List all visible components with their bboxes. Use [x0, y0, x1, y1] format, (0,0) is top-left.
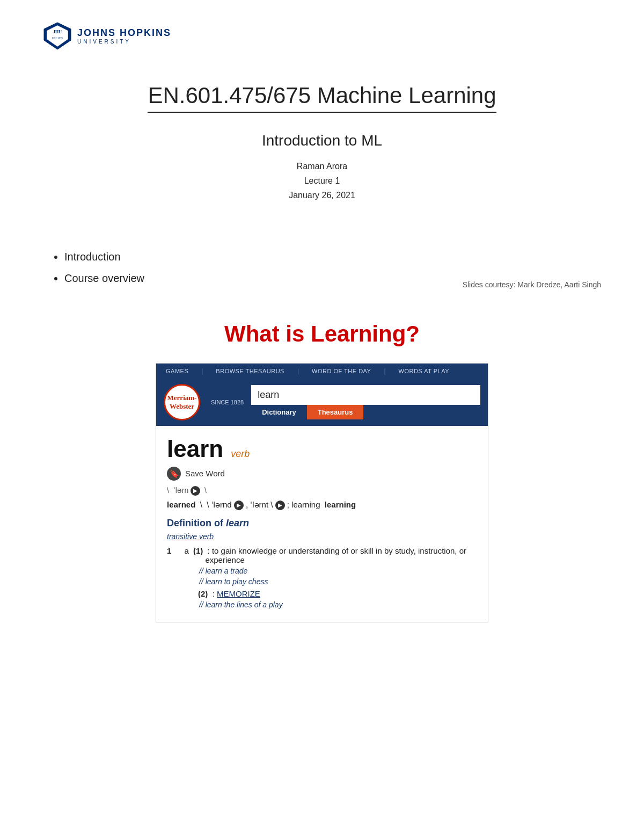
- inflection-pron1: \: [198, 500, 205, 509]
- def-row-1a2: (2) : MEMORIZE: [167, 589, 477, 598]
- lecture-title: Introduction to ML: [43, 132, 601, 149]
- inflection-ipa1: \ ˈlərnd: [207, 500, 234, 509]
- dict-topnav: GAMES | BROWSE THESAURUS | WORD OF THE D…: [156, 364, 488, 379]
- dict-logo-row: Merriam- Webster SINCE 1828 Dictionary T…: [156, 379, 488, 426]
- sound-icon-3[interactable]: ▶: [275, 501, 285, 510]
- bullet-item-intro: Introduction: [64, 246, 601, 267]
- lecturer-name: Raman Arora: [43, 159, 601, 173]
- pron-ipa: ˈlərn: [173, 486, 189, 495]
- inflection-ipa2: , ˈlərnt \: [246, 500, 273, 509]
- course-title-section: EN.601.475/675 Machine Learning Introduc…: [43, 83, 601, 203]
- sound-icon-2[interactable]: ▶: [234, 501, 244, 510]
- svg-text:JHU: JHU: [53, 30, 62, 34]
- def-num-1: 1: [167, 546, 171, 555]
- dict-headword: learn: [167, 436, 223, 462]
- dict-inflection: learned \ \ ˈlərnd ▶ , ˈlərnt \ ▶ ; lear…: [167, 500, 477, 510]
- logo-sub: UNIVERSITY: [77, 39, 171, 45]
- what-is-learning-title: What is Learning?: [43, 321, 601, 347]
- course-title: EN.601.475/675 Machine Learning: [148, 83, 496, 113]
- mw-logo: Merriam- Webster: [164, 384, 200, 420]
- logo-name: JOHNS HOPKINS: [77, 27, 171, 39]
- inflection-learning-bold: learning: [323, 500, 356, 509]
- sound-icon-1[interactable]: ▶: [191, 486, 200, 496]
- save-word-text[interactable]: Save Word: [185, 469, 225, 478]
- dict-pos: verb: [231, 448, 250, 460]
- mw-since: SINCE 1828: [211, 399, 244, 405]
- def-example-1a1-1: // learn a trade: [199, 567, 477, 575]
- dict-search-area: Dictionary Thesaurus: [251, 385, 480, 419]
- pron-text: \: [167, 486, 171, 495]
- dict-content: learn verb 🔖 Save Word \ ˈlərn ▶ \ learn…: [156, 426, 488, 622]
- topnav-games[interactable]: GAMES: [164, 367, 191, 375]
- inflection-learning: ; learning: [287, 500, 320, 509]
- memorize-link[interactable]: MEMORIZE: [217, 589, 260, 598]
- def-row-1: 1 a (1) : to gain knowledge or understan…: [167, 546, 477, 564]
- dict-pronunciation: \ ˈlərn ▶ \: [167, 486, 477, 496]
- inflection-learned: learned: [167, 500, 195, 509]
- def-example-1a2: // learn the lines of a play: [199, 600, 477, 609]
- topnav-word-of-day[interactable]: WORD OF THE DAY: [310, 367, 373, 375]
- jhu-shield-icon: JHU EST 1876: [43, 21, 72, 50]
- dict-word-line: learn verb: [167, 436, 477, 462]
- pron-close: \: [202, 486, 207, 495]
- def-sense-1: (1): [193, 546, 203, 555]
- def-example-1a1-2: // learn to play chess: [199, 577, 477, 586]
- logo-text: JOHNS HOPKINS UNIVERSITY: [77, 27, 171, 45]
- def-text-1a2: : MEMORIZE: [210, 589, 260, 598]
- dictionary-widget: GAMES | BROWSE THESAURUS | WORD OF THE D…: [156, 363, 488, 622]
- what-is-learning-section: What is Learning?: [43, 321, 601, 347]
- save-word-icon[interactable]: 🔖: [167, 467, 181, 481]
- lecture-number: Lecture 1: [43, 173, 601, 188]
- def-text-1a1: : to gain knowledge or understanding of …: [205, 546, 477, 564]
- topnav-sep3: |: [384, 367, 385, 375]
- dict-search-input[interactable]: [251, 385, 480, 405]
- mw-logo-text: Merriam- Webster: [167, 394, 197, 410]
- bullets-section: Introduction Course overview Slides cour…: [43, 246, 601, 289]
- slides-credit: Slides courtesy: Mark Dredze, Aarti Sing…: [463, 280, 601, 289]
- logo-area: JHU EST 1876 JOHNS HOPKINS UNIVERSITY: [43, 21, 601, 50]
- tab-thesaurus[interactable]: Thesaurus: [307, 405, 364, 419]
- lecture-date: January 26, 2021: [43, 188, 601, 202]
- topnav-sep1: |: [201, 367, 203, 375]
- topnav-words-at-play[interactable]: WORDS AT PLAY: [397, 367, 452, 375]
- dict-transitive[interactable]: transitive verb: [167, 532, 477, 541]
- tab-dictionary[interactable]: Dictionary: [251, 405, 307, 419]
- topnav-thesaurus[interactable]: BROWSE THESAURUS: [214, 367, 287, 375]
- save-word-row: 🔖 Save Word: [167, 467, 477, 481]
- svg-text:EST 1876: EST 1876: [52, 37, 63, 39]
- def-sense-2-num: (2): [167, 589, 208, 598]
- topnav-sep2: |: [297, 367, 299, 375]
- def-letter-a: a: [185, 546, 189, 555]
- dict-def-heading: Definition of learn: [167, 518, 477, 529]
- dict-tabs-row: Dictionary Thesaurus: [251, 405, 480, 419]
